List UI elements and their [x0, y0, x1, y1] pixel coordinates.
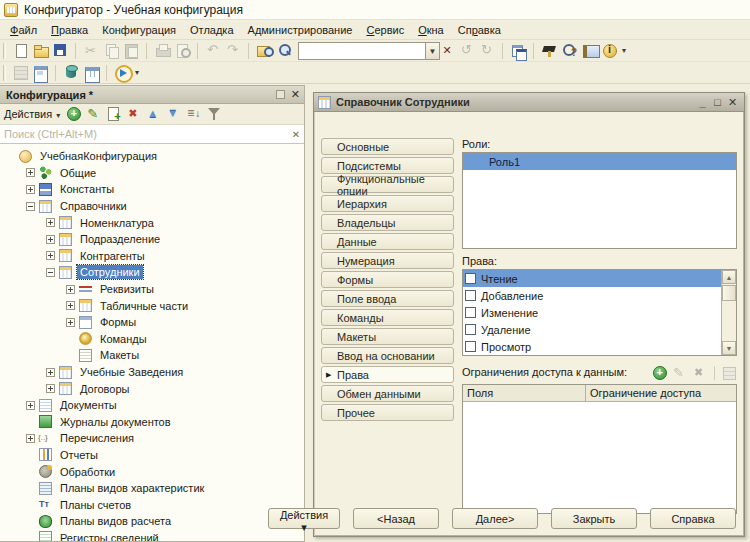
expand-icon[interactable] — [46, 368, 55, 377]
rights-scrollbar[interactable]: ▲ ▼ — [721, 270, 736, 355]
menu-item-сервис[interactable]: Сервис — [366, 24, 404, 36]
right-item-изменение[interactable]: Изменение — [463, 304, 721, 321]
tab-формы[interactable]: Формы — [321, 271, 454, 288]
tree-item-договоры[interactable]: Договоры — [0, 380, 304, 397]
add-icon[interactable] — [652, 365, 668, 381]
tree-item-журналы-документов[interactable]: Журналы документов — [0, 414, 304, 431]
tree-item-планы-видов-расчета[interactable]: Планы видов расчета — [0, 513, 304, 530]
tab-функциональные-опции[interactable]: Функциональные опции — [321, 176, 454, 193]
tree-item-планы-счетов[interactable]: Планы счетов — [0, 496, 304, 513]
scrollbar-thumb[interactable] — [722, 285, 736, 301]
expand-icon[interactable] — [66, 318, 75, 327]
checkbox-изменение[interactable] — [465, 307, 476, 318]
right-item-чтение[interactable]: Чтение — [463, 270, 721, 287]
checkbox-чтение[interactable] — [465, 273, 476, 284]
tree-search-input[interactable] — [0, 126, 288, 143]
tree-item-учебнаяконфигурация[interactable]: УчебнаяКонфигурация — [0, 148, 304, 165]
tree-item-подразделение[interactable]: Подразделение — [0, 231, 304, 248]
tree-item-табличные-части[interactable]: Табличные части — [0, 297, 304, 314]
tab-ввод-на-основании[interactable]: Ввод на основании — [321, 347, 454, 364]
tab-команды[interactable]: Команды — [321, 309, 454, 326]
menu-item-окна[interactable]: Окна — [418, 24, 444, 36]
back-button[interactable]: <Назад — [353, 508, 439, 529]
tab-права[interactable]: ▶Права — [321, 366, 454, 383]
tree-item-реквизиты[interactable]: Реквизиты — [0, 281, 304, 298]
next-button[interactable]: Далее> — [452, 508, 538, 529]
tab-владельцы[interactable]: Владельцы — [321, 214, 454, 231]
print-preview-icon[interactable] — [174, 42, 191, 59]
add-icon[interactable] — [66, 106, 82, 122]
column-header-поля[interactable]: Поля — [463, 385, 586, 401]
minimize-icon[interactable]: _ — [695, 96, 710, 108]
expand-icon[interactable] — [66, 285, 75, 294]
menu-item-справка[interactable]: Справка — [458, 24, 501, 36]
pin-icon[interactable] — [276, 90, 285, 99]
panel-close-icon[interactable]: ✕ — [291, 88, 300, 101]
template-icon[interactable] — [721, 365, 737, 381]
tree-item-регистры-сведений[interactable]: Регистры сведений — [0, 530, 304, 541]
toolbar-grip[interactable] — [3, 43, 6, 59]
chevron-down-icon[interactable]: ▾ — [135, 68, 139, 77]
maximize-icon[interactable]: □ — [710, 96, 725, 108]
tree-item-справочники[interactable]: Справочники — [0, 198, 304, 215]
undo-icon[interactable] — [205, 42, 222, 59]
add-copy-icon[interactable] — [106, 106, 122, 122]
save-icon[interactable] — [52, 42, 69, 59]
right-item-добавление[interactable]: Добавление — [463, 287, 721, 304]
help-button[interactable]: Справка — [650, 508, 736, 529]
roles-list[interactable]: Роль1 — [462, 152, 737, 249]
tab-поле-ввода[interactable]: Поле ввода — [321, 290, 454, 307]
expand-icon[interactable] — [26, 185, 35, 194]
tree-item-номенклатура[interactable]: Номенклатура — [0, 214, 304, 231]
forward-icon[interactable] — [479, 42, 496, 59]
rights-list[interactable]: ЧтениеДобавлениеИзменениеУдалениеПросмот… — [463, 270, 721, 355]
expand-icon[interactable] — [26, 434, 35, 443]
menu-item-правка[interactable]: Правка — [51, 24, 88, 36]
role-item-роль1[interactable]: Роль1 — [463, 153, 736, 170]
delete-icon[interactable] — [692, 365, 708, 381]
tab-иерархия[interactable]: Иерархия — [321, 195, 454, 212]
delete-icon[interactable] — [126, 106, 142, 122]
tree-item-контрагенты[interactable]: Контрагенты — [0, 248, 304, 265]
expand-icon[interactable] — [26, 401, 35, 410]
combo-clear-icon[interactable]: ✕ — [440, 44, 454, 57]
tree-item-учебные-заведения[interactable]: Учебные Заведения — [0, 364, 304, 381]
tree-item-макеты[interactable]: Макеты — [0, 347, 304, 364]
close-icon[interactable]: ✕ — [725, 96, 740, 109]
filter-icon[interactable] — [206, 106, 222, 122]
tab-нумерация[interactable]: Нумерация — [321, 252, 454, 269]
scroll-up-icon[interactable]: ▲ — [722, 270, 736, 284]
tab-прочее[interactable]: Прочее — [321, 404, 454, 421]
expand-icon[interactable] — [66, 301, 75, 310]
dialog-titlebar[interactable]: Справочник Сотрудники _ □ ✕ — [314, 93, 744, 112]
table-icon[interactable] — [83, 64, 100, 81]
tab-основные[interactable]: Основные — [321, 138, 454, 155]
tree-item-отчеты[interactable]: Отчеты — [0, 447, 304, 464]
restrictions-table[interactable]: ПоляОграничение доступа — [462, 384, 737, 514]
up-icon[interactable] — [146, 106, 162, 122]
search-clear-icon[interactable]: ✕ — [288, 129, 304, 140]
tab-макеты[interactable]: Макеты — [321, 328, 454, 345]
windows-icon[interactable] — [510, 42, 527, 59]
syntax-check-icon[interactable] — [541, 42, 558, 59]
expand-icon[interactable] — [46, 384, 55, 393]
new-document-icon[interactable] — [12, 42, 29, 59]
combo-dropdown-icon[interactable]: ▼ — [426, 42, 440, 60]
tree-item-команды[interactable]: Команды — [0, 331, 304, 348]
back-icon[interactable] — [459, 42, 476, 59]
collapse-icon[interactable] — [26, 202, 35, 211]
tree-item-планы-видов-характеристик[interactable]: Планы видов характеристик — [0, 480, 304, 497]
config-window-icon[interactable] — [32, 64, 49, 81]
grid-icon[interactable] — [12, 64, 29, 81]
paste-icon[interactable] — [123, 42, 140, 59]
redo-icon[interactable] — [225, 42, 242, 59]
actions-button[interactable]: Действия ▾ — [268, 508, 340, 529]
sort-icon[interactable] — [186, 106, 202, 122]
close-button[interactable]: Закрыть — [551, 508, 637, 529]
scroll-down-icon[interactable]: ▼ — [722, 341, 736, 355]
expand-icon[interactable] — [26, 168, 35, 177]
tree-item-документы[interactable]: Документы — [0, 397, 304, 414]
menu-item-файл[interactable]: Файл — [10, 24, 37, 36]
collapse-icon[interactable] — [46, 268, 55, 277]
toolbar-search-input[interactable] — [298, 42, 426, 60]
